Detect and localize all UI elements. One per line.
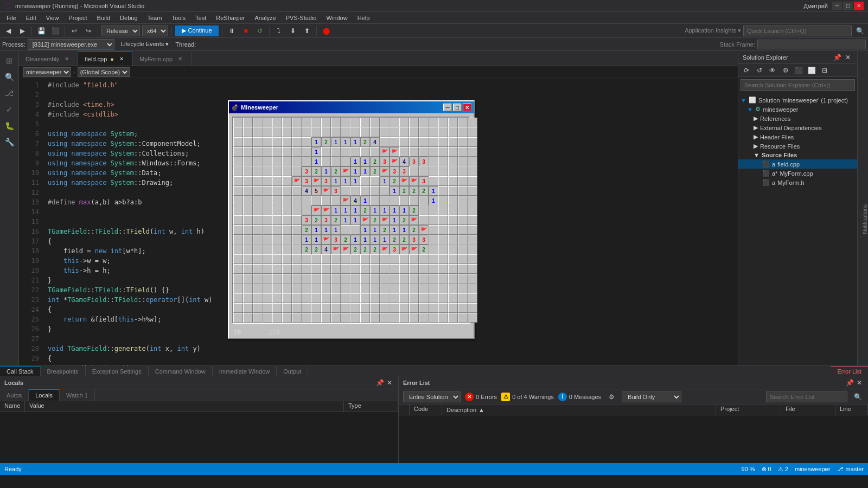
menu-debug[interactable]: Debug <box>116 14 142 22</box>
ms-cell[interactable] <box>341 284 350 293</box>
ms-cell[interactable] <box>409 264 419 274</box>
ms-cell[interactable]: 1 <box>370 206 380 215</box>
ms-cell[interactable] <box>253 166 263 176</box>
se-show-all[interactable]: 👁 <box>767 65 778 76</box>
ms-cell[interactable] <box>390 254 399 264</box>
ms-cell[interactable] <box>292 166 302 176</box>
ms-cell[interactable] <box>438 264 448 274</box>
tb-back[interactable]: ◀ <box>2 25 14 36</box>
tab-field-cpp[interactable]: field.cpp ● ✕ <box>78 52 133 66</box>
ms-cell[interactable] <box>243 137 253 147</box>
ms-cell[interactable] <box>429 284 438 293</box>
ms-cell[interactable] <box>360 264 370 274</box>
ms-cell[interactable]: 1 <box>311 225 321 235</box>
build-only-dropdown[interactable]: Build Only <box>622 391 681 402</box>
ms-cell[interactable]: 2 <box>311 215 321 225</box>
ms-cell[interactable] <box>438 303 448 313</box>
ms-cell[interactable]: 1 <box>380 235 390 245</box>
ms-cell[interactable] <box>321 157 331 166</box>
ms-cell[interactable] <box>243 186 253 196</box>
stack-frame-input[interactable] <box>757 40 866 49</box>
ms-cell[interactable] <box>409 118 419 127</box>
ms-cell[interactable] <box>399 274 409 284</box>
ms-cell[interactable]: 2 <box>360 137 370 147</box>
ms-cell[interactable] <box>380 293 390 303</box>
ms-cell[interactable]: 3 <box>419 235 429 245</box>
ms-cell[interactable]: 3 <box>331 235 341 245</box>
ms-cell[interactable] <box>233 225 243 235</box>
ms-cell[interactable] <box>438 176 448 186</box>
ms-cell[interactable] <box>341 264 350 274</box>
ms-cell[interactable] <box>292 293 302 303</box>
ms-cell[interactable] <box>468 147 477 157</box>
ms-cell[interactable] <box>419 215 429 225</box>
ms-cell[interactable]: 3 <box>419 176 429 186</box>
ms-cell[interactable] <box>448 118 458 127</box>
ms-cell[interactable]: 1 <box>311 147 321 157</box>
ms-cell[interactable] <box>233 196 243 206</box>
ms-cell[interactable] <box>390 303 399 313</box>
ms-cell[interactable] <box>233 137 243 147</box>
tree-references[interactable]: ▶ References <box>738 114 857 123</box>
ms-cell[interactable] <box>263 157 272 166</box>
ms-cell[interactable]: 1 <box>302 235 311 245</box>
tb-save[interactable]: 💾 <box>35 25 47 36</box>
breadcrumb-file[interactable]: minesweeper <box>23 67 71 77</box>
ms-cell[interactable] <box>272 118 282 127</box>
ms-cell[interactable] <box>360 293 370 303</box>
ms-cell[interactable] <box>380 254 390 264</box>
ms-cell[interactable] <box>292 215 302 225</box>
config-dropdown[interactable]: Release Debug <box>101 25 140 36</box>
ms-cell[interactable] <box>233 293 243 303</box>
ms-cell[interactable] <box>243 293 253 303</box>
ms-cell[interactable] <box>302 137 311 147</box>
ms-cell[interactable]: 🚩 <box>341 245 350 254</box>
btab-immediate[interactable]: Immediate Window <box>213 366 277 376</box>
ms-cell[interactable]: 1 <box>360 196 370 206</box>
ms-cell[interactable] <box>438 313 448 323</box>
menu-window[interactable]: Window <box>322 14 352 22</box>
ms-cell[interactable] <box>263 118 272 127</box>
ms-cell[interactable]: 🚩 <box>399 245 409 254</box>
ms-cell[interactable] <box>458 245 468 254</box>
btab-callstack[interactable]: Call Stack <box>0 366 41 376</box>
ms-cell[interactable] <box>429 264 438 274</box>
ms-cell[interactable] <box>380 118 390 127</box>
ms-cell[interactable] <box>458 137 468 147</box>
ms-cell[interactable] <box>282 293 292 303</box>
ms-cell[interactable] <box>253 127 263 137</box>
ms-cell[interactable] <box>380 303 390 313</box>
ms-cell[interactable] <box>272 313 282 323</box>
ms-cell[interactable]: 🚩 <box>390 157 399 166</box>
ms-cell[interactable] <box>429 274 438 284</box>
tab-myform-cpp-close[interactable]: ✕ <box>176 55 184 63</box>
ms-cell[interactable]: 🚩 <box>380 166 390 176</box>
ms-cell[interactable] <box>272 186 282 196</box>
ms-cell[interactable] <box>448 157 458 166</box>
ms-cell[interactable]: 1 <box>350 176 360 186</box>
ms-cell[interactable] <box>468 284 477 293</box>
ms-cell[interactable] <box>458 157 468 166</box>
ms-cell[interactable]: 🚩 <box>292 176 302 186</box>
ms-cell[interactable] <box>341 254 350 264</box>
ms-cell[interactable] <box>272 303 282 313</box>
tab-disassembly[interactable]: Disassembly ✕ <box>19 52 78 66</box>
solution-search-input[interactable] <box>741 79 855 91</box>
ms-cell[interactable] <box>429 293 438 303</box>
ms-cell[interactable] <box>468 313 477 323</box>
ms-cell[interactable] <box>458 127 468 137</box>
ms-cell[interactable] <box>272 264 282 274</box>
ms-cell[interactable] <box>438 274 448 284</box>
ms-cell[interactable] <box>263 137 272 147</box>
ms-cell[interactable] <box>429 127 438 137</box>
tree-source-files[interactable]: ▼ Source Files <box>738 151 857 159</box>
ms-cell[interactable] <box>243 147 253 157</box>
locals-tab-autos[interactable]: Autos <box>0 389 29 401</box>
ms-cell[interactable] <box>311 254 321 264</box>
ms-cell[interactable]: 2 <box>409 225 419 235</box>
status-branch[interactable]: ⎇ master <box>837 466 864 473</box>
ms-minimize[interactable]: ─ <box>443 104 452 111</box>
ms-cell[interactable]: 3 <box>331 186 341 196</box>
menu-build[interactable]: Build <box>93 14 114 22</box>
ms-cell[interactable] <box>272 176 282 186</box>
